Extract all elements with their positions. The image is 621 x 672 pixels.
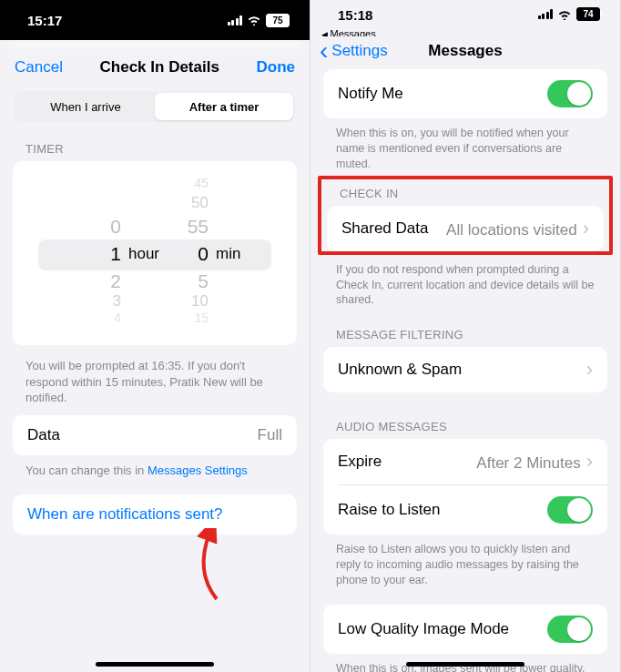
low-quality-toggle[interactable] bbox=[547, 616, 593, 643]
notif-card: When are notifications sent? bbox=[13, 494, 297, 535]
audio-footer: Raise to Listen allows you to quickly li… bbox=[310, 535, 620, 592]
checkin-footer: If you do not respond when prompted duri… bbox=[310, 255, 620, 312]
annotation-arrow-icon bbox=[178, 528, 242, 605]
nav-bar: Settings Messages bbox=[310, 36, 620, 69]
nav-title: Check In Details bbox=[100, 58, 219, 76]
notify-card: Notify Me bbox=[323, 69, 607, 118]
battery-icon: 74 bbox=[576, 7, 600, 21]
data-footer: You can change this in Messages Settings bbox=[0, 455, 310, 488]
checkin-sheet: Cancel Check In Details Done When I arri… bbox=[0, 49, 310, 672]
wifi-icon bbox=[247, 15, 261, 25]
cellular-icon bbox=[228, 15, 243, 25]
shared-data-row[interactable]: Shared Data All locations visited bbox=[327, 206, 604, 251]
home-indicator bbox=[406, 662, 524, 667]
nav-bar: Cancel Check In Details Done bbox=[0, 49, 310, 86]
status-bar: 15:17 75 bbox=[0, 0, 310, 40]
raise-to-listen-row[interactable]: Raise to Listen bbox=[323, 485, 607, 535]
mode-segmented[interactable]: When I arrive After a timer bbox=[15, 91, 295, 122]
filtering-header: MESSAGE FILTERING bbox=[310, 311, 620, 347]
notifications-info-link[interactable]: When are notifications sent? bbox=[13, 494, 297, 535]
cellular-icon bbox=[538, 9, 554, 19]
messages-settings-link[interactable]: Messages Settings bbox=[148, 463, 248, 477]
data-row[interactable]: Data Full bbox=[13, 415, 297, 455]
status-icons: 74 bbox=[538, 7, 601, 21]
seg-after-timer[interactable]: After a timer bbox=[155, 93, 293, 120]
battery-icon: 75 bbox=[266, 14, 290, 27]
status-time: 15:18 bbox=[338, 7, 372, 23]
unknown-spam-row[interactable]: Unknown & Spam bbox=[323, 347, 607, 392]
notify-footer: When this is on, you will be notified wh… bbox=[310, 118, 620, 176]
notify-me-toggle[interactable] bbox=[547, 80, 593, 107]
left-phone: 15:17 75 Cancel Check In Details Done Wh… bbox=[0, 0, 310, 672]
wifi-icon bbox=[557, 9, 572, 20]
timer-footer-text: You will be prompted at 16:35. If you do… bbox=[0, 345, 310, 415]
audio-header: AUDIO MESSAGES bbox=[310, 392, 620, 439]
checkin-highlight: CHECK IN Shared Data All locations visit… bbox=[318, 176, 613, 255]
status-icons: 75 bbox=[228, 14, 290, 27]
data-label: Data bbox=[27, 426, 60, 444]
back-button[interactable]: Settings bbox=[320, 42, 388, 60]
right-phone: 15:18 74 Messages Settings Messages Noti… bbox=[310, 0, 621, 672]
low-quality-row[interactable]: Low Quality Image Mode bbox=[323, 605, 607, 654]
cancel-button[interactable]: Cancel bbox=[15, 58, 63, 76]
nav-title: Messages bbox=[428, 42, 502, 60]
raise-toggle[interactable] bbox=[547, 496, 593, 524]
content: Notify Me When this is on, you will be n… bbox=[310, 69, 620, 672]
home-indicator bbox=[96, 662, 214, 667]
seg-when-arrive[interactable]: When I arrive bbox=[16, 93, 155, 120]
data-value: Full bbox=[258, 426, 282, 444]
timer-picker[interactable]: 45 50 055 1hour0min 25 310 415 bbox=[13, 161, 297, 345]
notify-me-row[interactable]: Notify Me bbox=[323, 69, 607, 118]
timer-header: TIMER bbox=[0, 122, 310, 161]
done-button[interactable]: Done bbox=[257, 58, 296, 76]
checkin-header: CHECK IN bbox=[321, 179, 609, 206]
data-card: Data Full bbox=[13, 415, 297, 455]
expire-row[interactable]: Expire After 2 Minutes bbox=[323, 439, 607, 484]
status-time: 15:17 bbox=[27, 13, 62, 28]
